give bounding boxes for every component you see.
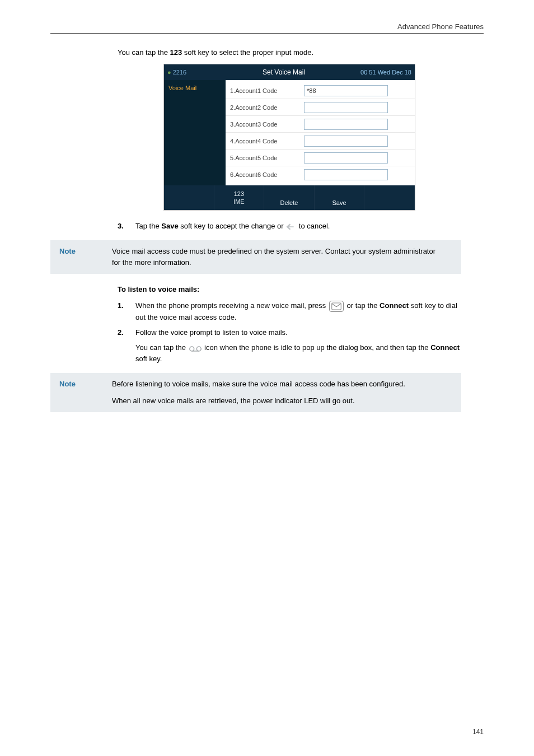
field-label: 1.Account1 Code (226, 87, 304, 94)
note-label: Note (50, 246, 112, 268)
listen-sub-paragraph: You can tap the icon when the phone is i… (135, 342, 461, 366)
form-row: 2.Account2 Code (226, 99, 415, 116)
intro-paragraph: You can tap the 123 soft key to select t… (118, 47, 461, 58)
field-label: 3.Account3 Code (226, 121, 304, 128)
ime-button[interactable]: 123 IME (214, 185, 265, 210)
listen-heading: To listen to voice mails: (118, 285, 461, 293)
screenshot-title: Set Voice Mail (223, 68, 344, 76)
form-row: 1.Account1 Code *88 (226, 82, 415, 99)
form-row: 5.Account5 Code (226, 150, 415, 166)
svg-point-2 (196, 347, 201, 351)
home-button[interactable] (364, 185, 415, 210)
screenshot-left-panel: Voice Mail (164, 80, 226, 185)
cancel-back-icon (285, 223, 297, 231)
field-label: 6.Account6 Code (226, 171, 304, 178)
note-block-1: Note Voice mail access code must be pred… (50, 240, 461, 274)
back-button[interactable] (164, 185, 214, 210)
save-button-label: Save (332, 199, 346, 206)
page-header: Advanced Phone Features (50, 22, 484, 34)
ime-key-label: 123 (170, 48, 182, 57)
ime-button-bottom: IME (233, 198, 245, 205)
screenshot-footer: 123 IME Delete Save (164, 185, 415, 210)
svg-rect-0 (332, 303, 341, 310)
field-label: 5.Account5 Code (226, 155, 304, 161)
form-row: 6.Account6 Code (226, 166, 415, 183)
screenshot-clock: 00 51 Wed Dec 18 (344, 69, 411, 76)
set-voice-mail-screenshot: ● 2216 Set Voice Mail 00 51 Wed Dec 18 V… (163, 64, 415, 211)
field-label: 4.Account4 Code (226, 138, 304, 144)
field-label: 2.Account2 Code (226, 104, 304, 111)
page-header-title: Advanced Phone Features (397, 22, 484, 31)
step-3: 3. Tap the Save soft key to accept the c… (118, 221, 461, 232)
screenshot-extension: ● 2216 (167, 69, 223, 76)
form-row: 3.Account3 Code (226, 116, 415, 133)
delete-button-label: Delete (280, 199, 298, 206)
note-block-2: Note Before listening to voice mails, ma… (50, 373, 461, 412)
note-label: Note (50, 379, 112, 407)
account1-code-input[interactable]: *88 (304, 85, 388, 96)
svg-point-1 (189, 347, 194, 351)
delete-button[interactable]: Delete (264, 185, 315, 210)
ime-button-top: 123 (234, 190, 244, 197)
listen-step-1: 1. When the phone prompts receiving a ne… (118, 300, 461, 324)
account4-code-input[interactable] (304, 136, 388, 147)
form-row: 4.Account4 Code (226, 133, 415, 150)
listen-step-2: 2. Follow the voice prompt to listen to … (118, 327, 461, 339)
account2-code-input[interactable] (304, 102, 388, 113)
note-body: Voice mail access code must be predefine… (112, 246, 456, 268)
voicemail-tape-icon (189, 344, 202, 351)
save-button[interactable]: Save (315, 185, 365, 210)
screenshot-titlebar: ● 2216 Set Voice Mail 00 51 Wed Dec 18 (164, 64, 415, 80)
account6-code-input[interactable] (304, 169, 388, 180)
mail-key-icon (329, 301, 344, 312)
left-panel-item[interactable]: Voice Mail (168, 85, 221, 91)
screenshot-form: 1.Account1 Code *88 2.Account2 Code 3.Ac… (226, 80, 415, 185)
page-number: 141 (472, 728, 484, 736)
account5-code-input[interactable] (304, 152, 388, 164)
note-body: Before listening to voice mails, make su… (112, 379, 456, 407)
account3-code-input[interactable] (304, 119, 388, 130)
